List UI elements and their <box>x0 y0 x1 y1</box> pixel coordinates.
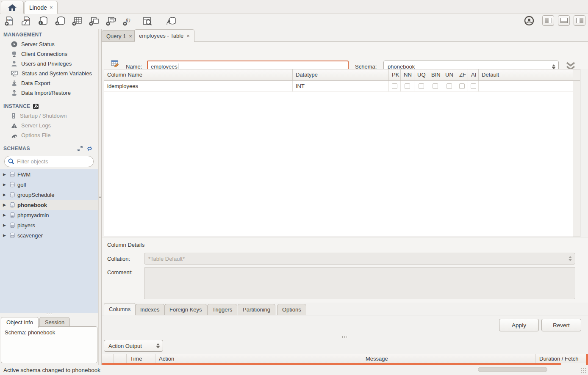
schema-icon <box>9 202 15 208</box>
spinner-arrows-icon[interactable] <box>156 343 160 348</box>
expander-icon[interactable]: ▶ <box>3 213 7 217</box>
subtab-indexes[interactable]: Indexes <box>135 304 165 315</box>
schema-item-golf[interactable]: ▶ golf <box>0 179 98 190</box>
expander-icon[interactable]: ▶ <box>3 172 7 176</box>
create-table-icon[interactable] <box>71 15 83 27</box>
column-details-section: Column Details Collation: *Table Default… <box>102 237 588 303</box>
expand-schemas-icon[interactable] <box>78 146 83 151</box>
col-header-un[interactable]: UN <box>442 69 456 80</box>
col-header-zf[interactable]: ZF <box>456 69 468 80</box>
spinner-arrows-icon[interactable] <box>552 64 555 69</box>
schema-item-phpmyadmin[interactable]: ▶ phpmyadmin <box>0 210 98 220</box>
reconnect-dbms-icon[interactable] <box>165 15 177 27</box>
subtab-triggers[interactable]: Triggers <box>207 304 237 315</box>
output-header-action[interactable]: Action <box>155 354 362 363</box>
output-header-message[interactable]: Message <box>362 354 536 363</box>
schema-filter[interactable] <box>4 156 94 167</box>
inspect-database-icon[interactable]: i <box>37 15 49 27</box>
schema-item-players[interactable]: ▶ players <box>0 220 98 230</box>
col-header-uq[interactable]: UQ <box>414 69 428 80</box>
apply-button[interactable]: Apply <box>499 319 539 331</box>
output-hscrollbar[interactable] <box>478 367 547 372</box>
home-tab[interactable] <box>1 1 24 14</box>
sidebar-item-label: Options File <box>21 132 50 138</box>
sidebar-item-client-connections[interactable]: Client Connections <box>0 49 98 59</box>
subtab-partitioning[interactable]: Partitioning <box>238 304 275 315</box>
sidebar-item-server-status[interactable]: Server Status <box>0 39 98 49</box>
close-icon[interactable]: × <box>186 33 190 39</box>
expander-icon[interactable]: ▶ <box>3 233 7 237</box>
create-function-icon[interactable]: f() <box>122 15 134 27</box>
sidebar-item-data-export[interactable]: Data Export <box>0 78 98 88</box>
schema-name: golf <box>17 182 26 188</box>
schema-icon <box>9 192 15 198</box>
col-header-pk[interactable]: PK <box>389 69 401 80</box>
subtab-columns[interactable]: Columns <box>104 303 136 315</box>
window-resize-grip[interactable] <box>580 367 587 374</box>
search-icon <box>8 158 14 165</box>
expander-icon[interactable]: ▶ <box>3 203 7 207</box>
col-header-nn[interactable]: NN <box>401 69 414 80</box>
bin-checkbox[interactable] <box>433 83 438 89</box>
tab-employees-table[interactable]: employees - Table × <box>134 29 194 42</box>
toggle-right-panel-icon[interactable] <box>574 15 585 26</box>
output-header-time[interactable]: Time <box>127 354 155 363</box>
subtab-options[interactable]: Options <box>277 304 306 315</box>
toggle-left-panel-icon[interactable] <box>542 15 554 26</box>
connection-tab[interactable]: Linode × <box>25 1 58 14</box>
sidebar-item-users-privileges[interactable]: Users and Privileges <box>0 59 98 69</box>
refresh-schemas-icon[interactable] <box>87 146 92 151</box>
table-row[interactable]: idemployees INT <box>104 81 573 92</box>
col-header-ai[interactable]: AI <box>468 69 479 80</box>
new-sql-tab-icon[interactable]: SQL <box>3 15 15 27</box>
col-header-column-name[interactable]: Column Name <box>104 69 293 80</box>
schema-item-fwm[interactable]: ▶ FWM <box>0 169 98 179</box>
sidebar-item-startup-shutdown[interactable]: Startup / Shutdown <box>0 111 98 121</box>
output-header-duration[interactable]: Duration / Fetch <box>536 354 588 363</box>
grid-scrollbar[interactable] <box>573 81 580 237</box>
expander-icon[interactable]: ▶ <box>3 182 7 187</box>
cell-column-name[interactable]: idemployees <box>104 81 293 91</box>
sidebar-item-label: Server Logs <box>21 122 51 129</box>
output-selector[interactable]: Action Output <box>104 340 163 352</box>
zf-checkbox[interactable] <box>459 83 465 89</box>
toggle-bottom-panel-icon[interactable] <box>558 15 570 26</box>
sidebar-item-options-file[interactable]: Options File <box>0 130 98 140</box>
tab-object-info[interactable]: Object Info <box>1 317 39 328</box>
expander-icon[interactable]: ▶ <box>3 193 7 197</box>
sidebar-item-status-system-variables[interactable]: Status and System Variables <box>0 69 98 78</box>
pk-checkbox[interactable] <box>392 83 397 89</box>
sidebar-item-server-logs[interactable]: Server Logs <box>0 121 98 130</box>
revert-button[interactable]: Revert <box>541 319 581 331</box>
cell-datatype[interactable]: INT <box>293 81 389 91</box>
startup-shutdown-icon <box>11 113 16 119</box>
search-table-data-icon[interactable] <box>141 15 153 27</box>
tab-query-1[interactable]: Query 1 × <box>102 30 137 42</box>
cell-default[interactable] <box>479 81 573 91</box>
sidebar-splitter[interactable] <box>98 29 102 365</box>
ai-checkbox[interactable] <box>471 83 476 89</box>
uq-checkbox[interactable] <box>419 83 424 89</box>
close-icon[interactable]: × <box>129 33 132 39</box>
col-header-datatype[interactable]: Datatype <box>293 69 389 80</box>
vertical-scrollbar-thumb[interactable] <box>586 354 588 365</box>
create-view-icon[interactable] <box>88 15 100 27</box>
col-header-bin[interactable]: BIN <box>428 69 442 80</box>
col-header-default[interactable]: Default <box>479 69 573 80</box>
nn-checkbox[interactable] <box>405 83 410 89</box>
output-splitter[interactable] <box>102 335 588 339</box>
panel-splitter-handle[interactable] <box>0 313 98 315</box>
sidebar-item-data-import[interactable]: Data Import/Restore <box>0 88 98 98</box>
subtab-foreign-keys[interactable]: Foreign Keys <box>164 304 207 315</box>
close-icon[interactable]: × <box>50 4 53 11</box>
schema-item-phonebook[interactable]: ▶ phonebook <box>0 200 98 210</box>
open-sql-script-icon[interactable]: SQL <box>20 15 32 27</box>
schema-item-scavenger[interactable]: ▶ scavenger <box>0 230 98 240</box>
un-checkbox[interactable] <box>447 83 452 89</box>
create-schema-icon[interactable] <box>54 15 66 27</box>
schema-item-groupschedule[interactable]: ▶ groupSchedule <box>0 190 98 200</box>
output-header-icon-col <box>102 354 114 363</box>
create-procedure-icon[interactable] <box>105 15 117 27</box>
expander-icon[interactable]: ▶ <box>3 223 7 227</box>
filter-objects-input[interactable] <box>17 158 92 165</box>
